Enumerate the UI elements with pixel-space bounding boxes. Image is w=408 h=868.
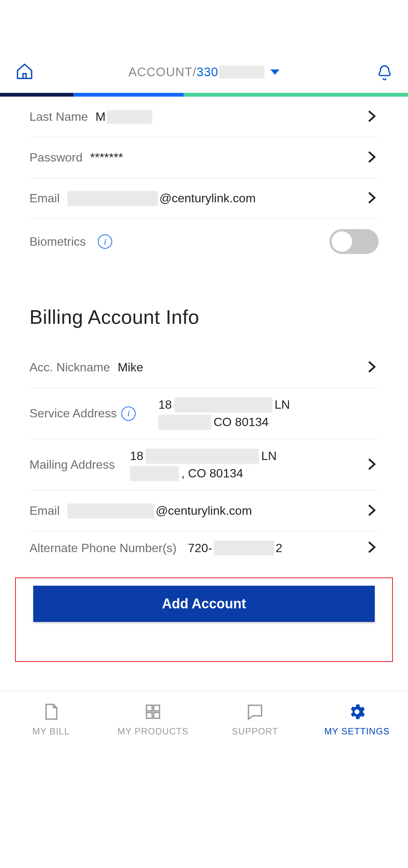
info-icon[interactable]: i <box>121 406 136 421</box>
password-label: Password <box>29 151 83 165</box>
service-addr-line1-suffix: LN <box>275 398 290 412</box>
account-selector[interactable]: ACCOUNT/ 330 <box>128 65 280 79</box>
row-email[interactable]: Email @centurylink.com <box>29 178 379 219</box>
chevron-down-icon <box>270 69 280 75</box>
password-value: ******* <box>90 151 123 165</box>
app-header: ACCOUNT/ 330 <box>0 60 408 93</box>
nav-my-settings[interactable]: MY SETTINGS <box>306 691 408 747</box>
chevron-right-icon <box>365 540 379 556</box>
notifications-icon[interactable] <box>376 63 393 83</box>
chevron-right-icon <box>365 109 379 125</box>
svg-rect-3 <box>154 713 159 718</box>
chevron-right-icon <box>365 191 379 206</box>
service-address-label: Service Address i <box>29 406 136 421</box>
biometrics-toggle[interactable] <box>329 229 379 254</box>
nav-my-products[interactable]: MY PRODUCTS <box>102 691 204 747</box>
svg-point-4 <box>355 709 360 714</box>
mailing-addr-line1-prefix: 18 <box>130 449 144 463</box>
account-number-redacted <box>219 66 264 78</box>
home-icon[interactable] <box>15 62 34 82</box>
service-addr-line1-prefix: 18 <box>158 398 172 412</box>
row-alt-phone[interactable]: Alternate Phone Number(s) 720- 2 <box>29 531 379 565</box>
row-billing-email[interactable]: Email @centurylink.com <box>29 491 379 531</box>
service-addr-line2-suffix: CO 80134 <box>213 415 269 429</box>
email-label: Email <box>29 191 60 205</box>
billing-section-title: Billing Account Info <box>29 306 379 328</box>
mailing-address-label: Mailing Address <box>29 458 115 472</box>
chevron-right-icon <box>365 360 379 375</box>
svg-rect-0 <box>147 705 152 711</box>
chevron-right-icon <box>365 457 379 472</box>
nickname-label: Acc. Nickname <box>29 360 110 374</box>
add-account-button[interactable]: Add Account <box>33 586 375 622</box>
account-prelabel: ACCOUNT/ <box>128 65 196 79</box>
progress-bar <box>0 93 408 97</box>
bottom-nav: MY BILL MY PRODUCTS SUPPORT MY SETTINGS <box>0 691 408 747</box>
service-addr-redacted1 <box>174 397 272 412</box>
account-number-prefix: 330 <box>196 65 218 79</box>
nav-my-bill[interactable]: MY BILL <box>0 691 102 747</box>
mailing-addr-line2-suffix: , CO 80134 <box>181 466 243 480</box>
nickname-value: Mike <box>117 360 143 374</box>
info-icon[interactable]: i <box>98 234 112 249</box>
alt-phone-prefix: 720- <box>188 541 212 555</box>
mailing-addr-line1-suffix: LN <box>261 449 277 463</box>
mailing-addr-redacted2 <box>130 466 179 481</box>
last-name-redacted <box>107 110 152 124</box>
email-redacted <box>67 191 158 206</box>
billing-email-suffix: @centurylink.com <box>156 504 252 518</box>
row-last-name[interactable]: Last Name M <box>29 97 379 137</box>
billing-email-label: Email <box>29 504 60 518</box>
biometrics-label: Biometrics <box>29 235 86 249</box>
chevron-right-icon <box>365 503 379 519</box>
nav-support[interactable]: SUPPORT <box>204 691 306 747</box>
last-name-value-prefix: M <box>96 110 106 124</box>
email-suffix: @centurylink.com <box>159 191 256 205</box>
svg-rect-2 <box>147 713 152 718</box>
row-password[interactable]: Password ******* <box>29 137 379 178</box>
alt-phone-label: Alternate Phone Number(s) <box>29 541 177 555</box>
row-mailing-address[interactable]: Mailing Address 18 LN , CO 80134 <box>29 439 379 491</box>
svg-rect-1 <box>154 705 159 711</box>
alt-phone-suffix: 2 <box>276 541 283 555</box>
billing-email-redacted <box>67 503 154 519</box>
mailing-addr-redacted1 <box>145 449 259 464</box>
alt-phone-redacted <box>214 540 274 556</box>
last-name-label: Last Name <box>29 110 88 124</box>
row-nickname[interactable]: Acc. Nickname Mike <box>29 347 379 388</box>
service-addr-redacted2 <box>158 415 211 430</box>
row-service-address: Service Address i 18 LN CO 80134 <box>29 388 379 439</box>
row-biometrics: Biometrics i <box>29 219 379 264</box>
chevron-right-icon <box>365 150 379 165</box>
